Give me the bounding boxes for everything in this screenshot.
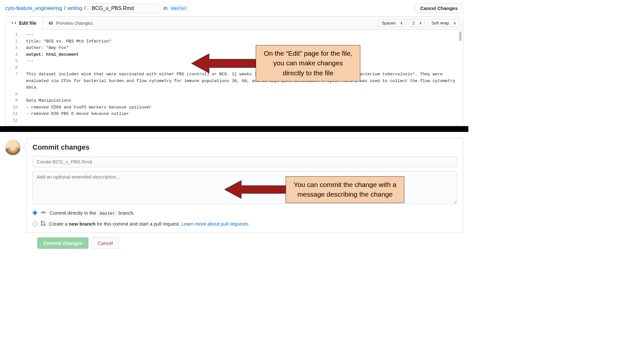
filename-input[interactable]: [87, 4, 160, 13]
indent-mode-select[interactable]: Spaces ▲▼: [378, 19, 406, 27]
git-pull-request-icon: [41, 221, 46, 227]
svg-marker-7: [225, 181, 286, 199]
annotation-text: On the “Edit” page for the file, you can…: [256, 45, 360, 81]
annotation-callout-commit: You can commit the change with a message…: [225, 176, 404, 203]
line-number-gutter: 1234567 89101112: [5, 30, 22, 126]
breadcrumb-repo-link[interactable]: cyto-feature_engineering: [5, 5, 62, 11]
cancel-changes-button[interactable]: Cancel Changes: [415, 3, 463, 13]
indent-size-select[interactable]: 2 ▲▼: [409, 19, 425, 27]
tab-preview-changes[interactable]: Preview changes: [42, 17, 98, 29]
svg-point-4: [41, 221, 42, 222]
svg-point-1: [42, 211, 44, 213]
in-label: in: [163, 5, 167, 11]
eye-icon: [48, 21, 53, 26]
breadcrumb: cyto-feature_engineering / writing / in …: [5, 1, 463, 16]
learn-more-pr-link[interactable]: Learn more about pull requests.: [181, 221, 250, 227]
annotation-text: You can commit the change with a message…: [286, 176, 404, 203]
tab-preview-label: Preview changes: [56, 20, 93, 26]
breadcrumb-sep: /: [84, 5, 86, 11]
git-commit-icon: [41, 210, 46, 216]
svg-point-6: [44, 224, 45, 226]
commit-direct-label: Commit directly to the master branch.: [50, 210, 134, 216]
code-icon: [11, 21, 16, 26]
breadcrumb-sep: /: [64, 5, 65, 11]
tab-edit-file[interactable]: Edit file: [5, 17, 42, 30]
chevron-updown-icon: ▲▼: [454, 22, 456, 25]
commit-changes-button[interactable]: Commit changes: [37, 237, 88, 249]
arrow-left-icon: [225, 179, 286, 200]
chevron-updown-icon: ▲▼: [400, 22, 403, 25]
tab-edit-label: Edit file: [19, 20, 36, 26]
wrap-mode-select[interactable]: Soft wrap ▲▼: [428, 19, 460, 27]
commit-heading: Commit changes: [32, 143, 457, 152]
commit-summary-input[interactable]: [32, 156, 457, 167]
commit-direct-radio-row[interactable]: Commit directly to the master branch.: [32, 210, 457, 216]
cancel-button[interactable]: Cancel: [92, 237, 119, 249]
chevron-updown-icon: ▲▼: [419, 22, 422, 25]
commit-newbranch-label: Create a new branch for this commit and …: [49, 221, 250, 227]
breadcrumb-folder-link[interactable]: writing: [67, 5, 82, 11]
svg-point-5: [41, 224, 42, 226]
commit-newbranch-radio-row[interactable]: Create a new branch for this commit and …: [32, 221, 457, 227]
annotation-callout-edit: On the “Edit” page for the file, you can…: [191, 45, 360, 81]
arrow-left-icon: [191, 52, 256, 75]
divider-bar: [0, 126, 468, 132]
scrollbar-thumb[interactable]: [459, 32, 462, 41]
commit-direct-radio[interactable]: [32, 210, 37, 215]
svg-marker-0: [191, 54, 256, 73]
commit-newbranch-radio[interactable]: [32, 221, 37, 226]
branch-badge: master: [170, 5, 189, 11]
avatar: [5, 140, 21, 155]
